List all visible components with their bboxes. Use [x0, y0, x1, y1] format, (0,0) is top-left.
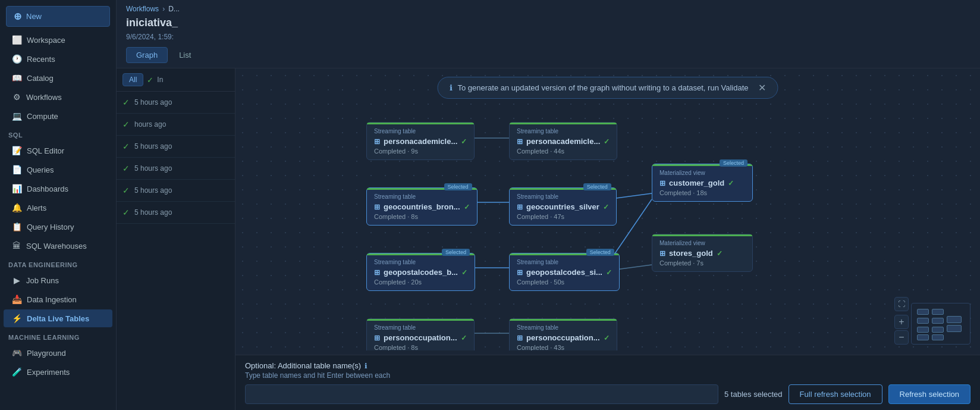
node-bar: [652, 234, 752, 236]
zoom-controls: ⛶ + −: [894, 297, 909, 345]
list-item[interactable]: ✓ 5 hours ago: [117, 158, 235, 180]
sidebar-item-job-runs[interactable]: ▶ Job Runs: [4, 271, 112, 289]
node-status: Completed · 20s: [374, 278, 467, 286]
check-icon: ✓: [122, 164, 130, 173]
node-geopostalcodes-b[interactable]: Selected Streaming table ⊞ geopostalcode…: [366, 253, 475, 291]
check-icon: ✓: [122, 120, 130, 129]
node-geocountries-silver[interactable]: Selected Streaming table ⊞ geocountries_…: [509, 187, 617, 226]
time-text: 5 hours ago: [134, 186, 172, 195]
selected-badge: Selected: [444, 183, 472, 190]
sidebar-item-sql-warehouses[interactable]: 🏛 SQL Warehouses: [4, 237, 112, 255]
sidebar-item-dashboards[interactable]: 📊 Dashboards: [4, 180, 112, 198]
node-personacademicle-2[interactable]: Streaming table ⊞ personacademicle... ✓ …: [509, 122, 617, 160]
list-item[interactable]: ✓ 5 hours ago: [117, 202, 235, 224]
hint-text: Type table names and hit Enter between e…: [245, 371, 970, 380]
node-check-icon: ✓: [461, 137, 467, 146]
graph-area[interactable]: ℹ To generate an updated version of the …: [235, 68, 980, 410]
sidebar-item-recents[interactable]: 🕐 Recents: [4, 50, 112, 68]
filter-all-button[interactable]: All: [122, 73, 143, 86]
node-personoccupation-2[interactable]: Streaming table ⊞ personoccupation... ✓ …: [509, 318, 617, 350]
node-bar: [510, 319, 617, 321]
time-text: hours ago: [134, 120, 166, 129]
sidebar-item-delta-live-tables[interactable]: ⚡ Delta Live Tables: [4, 309, 112, 327]
sidebar-item-label: SQL Warehouses: [26, 242, 87, 251]
node-customer-gold[interactable]: Selected Materialized view ⊞ customer_go…: [652, 164, 753, 202]
node-name: geocountries_silver: [526, 202, 599, 211]
node-check-icon: ✓: [603, 203, 609, 211]
sidebar-item-label: Delta Live Tables: [27, 314, 89, 323]
time-text: 5 hours ago: [134, 164, 172, 173]
node-name: geopostalcodes_b...: [384, 268, 458, 277]
breadcrumb-parent[interactable]: Workflows: [126, 5, 159, 13]
bottom-panel: Optional: Additional table name(s) ℹ Typ…: [235, 355, 980, 410]
sidebar-item-experiments[interactable]: 🧪 Experiments: [4, 363, 112, 381]
node-name: stores_gold: [669, 249, 713, 258]
node-type: Materialized view: [659, 170, 745, 176]
sidebar-item-playground[interactable]: 🎮 Playground: [4, 344, 112, 362]
zoom-out-button[interactable]: −: [894, 330, 909, 345]
main-content: Workflows › D... iniciativa_ 9/6/2024, 1…: [117, 0, 980, 410]
check-icon: ✓: [122, 208, 130, 217]
tab-list[interactable]: List: [169, 47, 201, 63]
optional-info-icon: ℹ: [365, 362, 368, 370]
filter-in-label: In: [157, 76, 163, 84]
tab-graph[interactable]: Graph: [126, 47, 168, 63]
list-item[interactable]: ✓ 5 hours ago: [117, 92, 235, 114]
node-personacademicle-1[interactable]: Streaming table ⊞ personacademicle... ✓ …: [366, 122, 475, 160]
sidebar-item-compute[interactable]: 💻 Compute: [4, 107, 112, 125]
new-button[interactable]: ⊕ New: [6, 6, 110, 27]
node-bar: [367, 123, 474, 124]
minimap: [911, 303, 970, 345]
minimap-node: [932, 327, 944, 333]
sidebar-item-alerts[interactable]: 🔔 Alerts: [4, 199, 112, 217]
expand-button[interactable]: ⛶: [894, 297, 909, 311]
node-stores-gold[interactable]: Materialized view ⊞ stores_gold ✓ Comple…: [652, 234, 753, 272]
node-name: personoccupation...: [526, 333, 600, 342]
list-item[interactable]: ✓ 5 hours ago: [117, 136, 235, 158]
node-status: Completed · 8s: [374, 213, 470, 220]
count-text: 5 tables selected: [724, 390, 783, 399]
tab-bar: Graph List: [126, 47, 970, 63]
node-type: Streaming table: [517, 128, 610, 134]
sidebar-item-label: Compute: [27, 112, 58, 121]
node-status: Completed · 9s: [374, 148, 467, 155]
node-geocountries-bron[interactable]: Selected Streaming table ⊞ geocountries_…: [366, 187, 478, 226]
sidebar-item-query-history[interactable]: 📋 Query History: [4, 218, 112, 236]
sidebar-item-catalog[interactable]: 📖 Catalog: [4, 69, 112, 87]
input-row: 5 tables selected Full refresh selection…: [245, 384, 970, 404]
info-banner-close[interactable]: ✕: [758, 82, 766, 93]
minimap-node: [917, 309, 929, 315]
zoom-in-button[interactable]: +: [894, 315, 909, 329]
node-type: Streaming table: [517, 193, 609, 200]
sidebar-item-workflows[interactable]: ⚙ Workflows: [4, 88, 112, 106]
node-status: Completed · 50s: [517, 278, 612, 286]
sidebar-item-workspace[interactable]: ⬜ Workspace: [4, 31, 112, 49]
table-names-input[interactable]: [245, 384, 718, 404]
sidebar-item-label: Dashboards: [27, 184, 68, 193]
playground-icon: 🎮: [12, 348, 22, 358]
list-items: ✓ 5 hours ago ✓ hours ago ✓ 5 hours ago …: [117, 92, 235, 410]
table-icon: ⊞: [374, 334, 380, 342]
list-item[interactable]: ✓ hours ago: [117, 114, 235, 136]
optional-label-text: Optional: Additional table name(s): [245, 361, 361, 370]
node-geopostalcodes-si[interactable]: Selected Streaming table ⊞ geopostalcode…: [509, 253, 620, 291]
node-name: personacademicle...: [526, 137, 600, 146]
time-text: 5 hours ago: [134, 98, 172, 107]
list-panel: All ✓ In ✓ 5 hours ago ✓ hours ago ✓ 5 h…: [117, 68, 235, 410]
refresh-selection-button[interactable]: Refresh selection: [888, 384, 970, 404]
full-refresh-button[interactable]: Full refresh selection: [789, 384, 882, 404]
selected-badge: Selected: [583, 183, 611, 190]
selected-badge: Selected: [586, 249, 614, 256]
workflows-icon: ⚙: [12, 92, 21, 102]
node-check-icon: ✓: [604, 334, 610, 342]
sidebar-item-queries[interactable]: 📄 Queries: [4, 161, 112, 179]
node-name: personacademicle...: [384, 137, 457, 146]
list-item[interactable]: ✓ 5 hours ago: [117, 180, 235, 202]
sidebar-item-sql-editor[interactable]: 📝 SQL Editor: [4, 142, 112, 159]
node-status: Completed · 18s: [659, 189, 745, 196]
sidebar-item-label: Alerts: [27, 204, 46, 212]
node-personoccupation-1[interactable]: Streaming table ⊞ personoccupation... ✓ …: [366, 318, 475, 350]
job-runs-icon: ▶: [12, 276, 21, 285]
info-banner-text: To generate an updated version of the gr…: [457, 83, 748, 92]
sidebar-item-data-ingestion[interactable]: 📥 Data Ingestion: [4, 290, 112, 308]
